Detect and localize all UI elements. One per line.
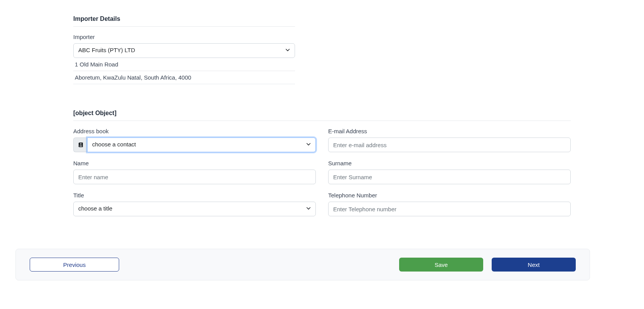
surname-field[interactable] — [328, 170, 571, 184]
title-select-value[interactable]: choose a title — [73, 202, 316, 216]
address-book-select[interactable]: choose a contact — [87, 138, 316, 152]
address-book-label: Address book — [73, 128, 316, 134]
name-field[interactable] — [73, 170, 316, 184]
title-label: Title — [73, 192, 316, 199]
name-group: Name — [73, 160, 316, 184]
surname-group: Surname — [328, 160, 571, 184]
importer-label: Importer — [73, 34, 571, 40]
next-button[interactable]: Next — [492, 258, 576, 272]
email-group: E-mail Address — [328, 128, 571, 152]
email-field[interactable] — [328, 138, 571, 152]
importer-select-value[interactable]: ABC Fruits (PTY) LTD — [73, 43, 295, 58]
telephone-group: Telephone Number — [328, 192, 571, 216]
name-label: Name — [73, 160, 316, 166]
importer-address-line1: 1 Old Main Road — [73, 58, 295, 71]
previous-button[interactable]: Previous — [30, 258, 119, 272]
title-group: Title choose a title — [73, 192, 316, 216]
title-select[interactable]: choose a title — [73, 202, 316, 216]
footer-bar: Previous Save Next — [15, 249, 590, 280]
save-button[interactable]: Save — [399, 258, 483, 272]
surname-label: Surname — [328, 160, 571, 166]
address-book-group: Address book choose a contact — [73, 128, 316, 152]
address-book-icon — [73, 138, 87, 152]
importer-select[interactable]: ABC Fruits (PTY) LTD — [73, 43, 295, 58]
importer-address-line2: Aboretum, KwaZulu Natal, South Africa, 4… — [73, 71, 295, 84]
telephone-label: Telephone Number — [328, 192, 571, 199]
importer-address: 1 Old Main Road Aboretum, KwaZulu Natal,… — [73, 58, 295, 84]
email-label: E-mail Address — [328, 128, 571, 134]
section-title-notification: [object Object] — [73, 110, 571, 121]
section-title-importer: Importer Details — [73, 15, 295, 27]
importer-group: Importer ABC Fruits (PTY) LTD 1 Old Main… — [73, 34, 571, 84]
telephone-field[interactable] — [328, 202, 571, 216]
address-book-select-value[interactable]: choose a contact — [87, 138, 316, 152]
